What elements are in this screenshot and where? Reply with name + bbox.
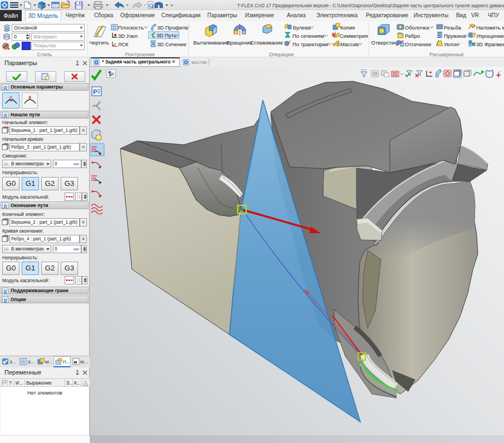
svg-text:R: R <box>9 96 12 100</box>
svg-text:P: P <box>93 88 97 95</box>
svg-text:R: R <box>28 96 31 100</box>
